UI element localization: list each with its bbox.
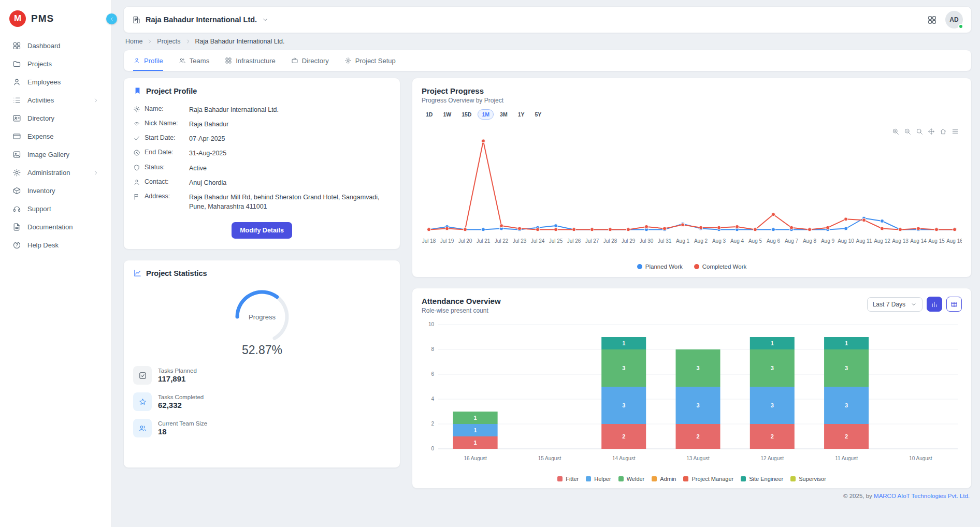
tab-directory[interactable]: Directory <box>291 50 329 71</box>
avatar-initials: AD <box>949 16 958 23</box>
building-icon <box>132 16 141 24</box>
range-1m-button[interactable]: 1M <box>478 109 494 120</box>
sidebar-item-activities[interactable]: Activities <box>4 92 107 109</box>
svg-text:13 August: 13 August <box>686 456 710 461</box>
field-row-name: Name: Raja Bahadur International Ltd. <box>133 103 391 117</box>
svg-text:Aug 8: Aug 8 <box>803 238 817 244</box>
gear-icon <box>344 57 352 64</box>
sidebar-item-projects[interactable]: Projects <box>4 55 107 72</box>
range-1w-button[interactable]: 1W <box>439 109 455 120</box>
field-value: Anuj Chordia <box>189 178 226 187</box>
zoom-out-icon[interactable] <box>904 128 911 135</box>
date-range-select[interactable]: Last 7 Days <box>867 297 923 312</box>
attendance-controls: Last 7 Days <box>867 297 962 312</box>
card-title: Project Profile <box>146 87 197 95</box>
svg-text:Aug 14: Aug 14 <box>910 238 927 244</box>
svg-text:Aug 7: Aug 7 <box>785 238 799 244</box>
svg-text:4: 4 <box>431 396 434 402</box>
shield-icon <box>133 164 140 171</box>
breadcrumb-projects[interactable]: Projects <box>157 38 180 45</box>
sidebar-item-directory[interactable]: Directory <box>4 110 107 127</box>
range-1y-button[interactable]: 1Y <box>514 109 529 120</box>
svg-text:Aug 4: Aug 4 <box>730 238 744 244</box>
range-3m-button[interactable]: 3M <box>496 109 512 120</box>
sidebar-item-image-gallery[interactable]: Image Gallery <box>4 146 107 163</box>
sidebar-item-help-desk[interactable]: Help Desk <box>4 237 107 254</box>
modify-details-button[interactable]: Modify Details <box>232 222 292 239</box>
chevron-right-icon <box>185 38 191 45</box>
svg-text:10: 10 <box>428 321 435 327</box>
checkbox-icon <box>133 366 152 385</box>
legend-site-engineer[interactable]: Site Engineer <box>741 476 783 482</box>
pan-icon[interactable] <box>928 128 935 135</box>
sidebar-item-dashboard[interactable]: Dashboard <box>4 37 107 54</box>
user-icon <box>12 78 21 86</box>
svg-text:Aug 5: Aug 5 <box>748 238 762 244</box>
svg-text:12 August: 12 August <box>761 456 784 461</box>
sidebar-item-administration[interactable]: Administration <box>4 164 107 181</box>
project-progress-card: Project Progress Progress Overview by Pr… <box>412 78 972 277</box>
gauge-arc: Progress52.87% <box>223 285 301 358</box>
legend-dot <box>694 264 699 269</box>
collapse-sidebar-button[interactable] <box>106 13 117 24</box>
svg-text:Jul 24: Jul 24 <box>531 238 545 244</box>
legend-fitter[interactable]: Fitter <box>557 476 579 482</box>
sidebar-item-expense[interactable]: Expense <box>4 128 107 145</box>
legend-project-manager[interactable]: Project Manager <box>683 476 733 482</box>
tab-teams[interactable]: Teams <box>179 50 209 71</box>
svg-text:Aug 2: Aug 2 <box>694 238 708 244</box>
svg-text:3: 3 <box>622 402 625 408</box>
chevron-left-icon <box>109 16 115 22</box>
tab-infrastructure[interactable]: Infrastructure <box>225 50 276 71</box>
svg-text:Progress: Progress <box>248 313 276 321</box>
svg-text:2: 2 <box>845 433 848 440</box>
field-row-start-date: Start Date: 07-Apr-2025 <box>133 131 391 146</box>
chart-view-toggle-button[interactable] <box>927 297 942 312</box>
project-profile-card: Project Profile Name: Raja Bahadur Inter… <box>123 78 400 250</box>
sidebar-item-employees[interactable]: Employees <box>4 74 107 91</box>
sidebar-item-inventory[interactable]: Inventory <box>4 182 107 199</box>
card-subtitle: Progress Overview by Project <box>422 97 962 104</box>
sidebar-item-documentation[interactable]: Documentation <box>4 218 107 236</box>
legend-admin[interactable]: Admin <box>652 476 676 482</box>
app-logo[interactable]: M PMS <box>0 7 111 36</box>
chevron-right-icon <box>93 97 99 104</box>
legend-supervisor[interactable]: Supervisor <box>790 476 826 482</box>
selection-zoom-icon[interactable] <box>916 128 923 135</box>
chart-menu-icon[interactable] <box>952 128 959 135</box>
legend-planned-work[interactable]: Planned Work <box>637 264 683 270</box>
legend-helper[interactable]: Helper <box>586 476 611 482</box>
breadcrumb-home[interactable]: Home <box>125 38 142 45</box>
folder-icon <box>12 60 21 68</box>
svg-text:Jul 21: Jul 21 <box>477 238 491 244</box>
legend-welder[interactable]: Welder <box>618 476 645 482</box>
user-icon <box>133 179 140 186</box>
field-row-nick-name: Nick Name: Raja Bahadur <box>133 117 391 131</box>
tab-project-setup[interactable]: Project Setup <box>344 50 396 71</box>
range-5y-button[interactable]: 5Y <box>530 109 545 120</box>
company-selector[interactable]: Raja Bahadur International Ltd. <box>132 16 269 24</box>
range-15d-button[interactable]: 15D <box>457 109 475 120</box>
legend-completed-work[interactable]: Completed Work <box>694 264 746 270</box>
sidebar-item-support[interactable]: Support <box>4 200 107 217</box>
range-1d-button[interactable]: 1D <box>422 109 437 120</box>
svg-text:Jul 30: Jul 30 <box>640 238 654 244</box>
user-icon <box>133 57 140 64</box>
tab-profile[interactable]: Profile <box>133 50 163 71</box>
app-name: PMS <box>31 13 54 24</box>
zoom-in-icon[interactable] <box>892 128 899 135</box>
svg-text:1: 1 <box>474 415 477 421</box>
reset-zoom-home-icon[interactable] <box>940 128 947 135</box>
svg-text:Jul 18: Jul 18 <box>422 238 436 244</box>
stat-value: 18 <box>158 427 207 436</box>
svg-text:1: 1 <box>845 340 848 346</box>
online-status-dot <box>958 24 963 29</box>
apps-grid-icon[interactable] <box>927 15 937 25</box>
table-view-toggle-button[interactable] <box>946 297 962 312</box>
svg-text:Aug 13: Aug 13 <box>892 238 909 244</box>
svg-text:3: 3 <box>845 402 848 408</box>
svg-text:3: 3 <box>696 402 699 408</box>
card-title: Attendance Overview <box>422 297 501 305</box>
avatar[interactable]: AD <box>945 11 963 28</box>
footer-company-link[interactable]: MARCO AIoT Technologies Pvt. Ltd. <box>874 493 970 499</box>
